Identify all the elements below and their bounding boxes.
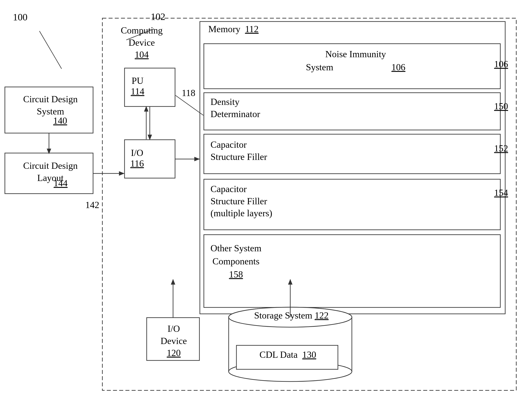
label-142: 142 xyxy=(85,200,99,210)
svg-line-27 xyxy=(175,95,203,115)
computing-device-label: ComputingDevice104 xyxy=(121,24,163,61)
circuit-design-layout-label: Circuit DesignLayout xyxy=(7,160,94,184)
memory-label: Memory 112 xyxy=(208,24,259,34)
pu-label: PU114 xyxy=(131,75,144,97)
label-118: 118 xyxy=(182,88,195,98)
svg-marker-31 xyxy=(171,279,175,285)
diagram: 100 102 ComputingDevice104 Memory 112 No… xyxy=(0,0,532,417)
density-label: DensityDeterminator xyxy=(211,96,260,120)
svg-rect-13 xyxy=(229,317,352,372)
io-inner-label: I/O116 xyxy=(130,147,144,169)
cap-154-label: CapacitorStructure Filler(multiple layer… xyxy=(211,183,272,219)
circuit-design-system-label: Circuit DesignSystem xyxy=(7,93,94,117)
cap-152-label: CapacitorStructure Filler xyxy=(211,139,267,163)
circuit-design-system-ref: 140 xyxy=(53,115,67,126)
svg-line-17 xyxy=(40,31,62,69)
cap-152-ref: 152 xyxy=(494,143,508,154)
svg-marker-26 xyxy=(144,106,149,112)
label-100: 100 xyxy=(13,11,28,23)
svg-marker-20 xyxy=(47,149,51,154)
circuit-design-layout-ref: 144 xyxy=(54,178,68,188)
svg-point-14 xyxy=(229,362,352,382)
density-ref: 150 xyxy=(494,101,508,112)
other-components-label: Other SystemComponents158 xyxy=(211,242,261,281)
svg-marker-22 xyxy=(119,171,125,176)
cap-154-ref: 154 xyxy=(494,188,508,198)
label-102: 102 xyxy=(151,11,165,22)
svg-marker-29 xyxy=(194,157,200,161)
noise-immunity-ref: 106 xyxy=(494,59,508,69)
noise-immunity-label: Noise ImmunitySystem 106 xyxy=(208,48,503,74)
svg-marker-33 xyxy=(288,279,292,285)
svg-marker-24 xyxy=(148,135,152,140)
io-device-label: I/ODevice120 xyxy=(148,323,200,359)
storage-system-label: Storage System 122 xyxy=(231,310,351,321)
cdl-data-label: CDL Data 130 xyxy=(238,349,337,360)
